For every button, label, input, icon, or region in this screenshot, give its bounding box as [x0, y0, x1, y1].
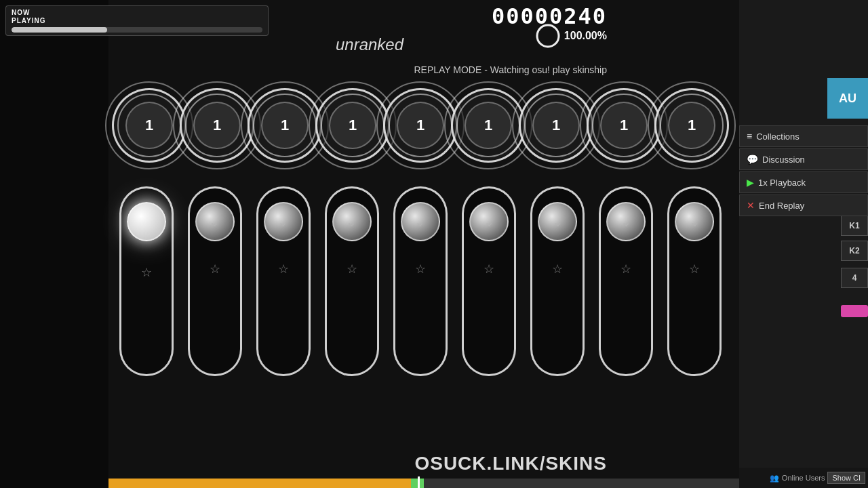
long-note-star-6: ☆ [484, 262, 494, 277]
right-panel: AU ≡ Collections 💬 Discussion ▶ 1x Playb… [739, 0, 868, 488]
long-note-star-7: ☆ [552, 262, 563, 277]
user-badge-text: AU [839, 92, 856, 106]
long-note-col-1: ☆ [112, 186, 180, 430]
key-k2-indicator: K2 [841, 241, 868, 261]
show-ci-button[interactable]: Show CI [827, 472, 865, 484]
long-note-star-1: ☆ [141, 265, 152, 280]
accuracy-text: 100.00% [564, 30, 607, 42]
bottom-right-bar: 👥 Online Users Show CI [739, 468, 868, 488]
long-note-circle-6: ⌄ [469, 202, 509, 241]
key-k1-indicator: K1 [841, 216, 868, 236]
long-note-body-6: ⌄ ☆ [462, 186, 516, 376]
hit-circles-container: 1 1 1 1 1 1 1 1 [112, 81, 729, 197]
long-note-col-5: ⌄ ☆ [386, 186, 454, 430]
progress-bar-fill [12, 27, 107, 33]
playback-icon: ▶ [747, 177, 754, 188]
timeline-bar[interactable] [108, 479, 739, 488]
long-note-star-4: ☆ [347, 262, 357, 277]
key-pink-indicator [841, 305, 868, 317]
game-area: NOWPLAYING 00000240 100.00% REPLAY MODE … [0, 0, 739, 488]
online-users-text: Online Users [782, 474, 825, 482]
discussion-button[interactable]: 💬 Discussion [739, 148, 868, 170]
long-note-star-9: ☆ [689, 262, 700, 277]
long-notes-container: ☆ ⌄ ☆ ⌄ ☆ ⌄ [112, 186, 729, 430]
now-playing-label: NOWPLAYING [12, 9, 46, 25]
end-replay-button[interactable]: ✕ End Replay [739, 195, 868, 216]
long-note-col-8: ⌄ ☆ [592, 186, 660, 430]
key-4-indicator: 4 [841, 268, 868, 288]
long-note-circle-1 [127, 202, 166, 241]
long-note-col-2: ⌄ ☆ [180, 186, 249, 430]
user-badge: AU [827, 78, 868, 119]
osuck-branding: OSUCK.LINK/SKINS [414, 453, 607, 474]
collections-icon: ≡ [747, 131, 752, 142]
long-note-circle-9: ⌄ [675, 202, 714, 241]
playback-label: 1x Playback [758, 178, 806, 188]
long-note-body-5: ⌄ ☆ [393, 186, 448, 376]
replay-mode-text: REPLAY MODE - Watching osu! play skinshi… [414, 64, 607, 75]
long-note-col-3: ⌄ ☆ [249, 186, 317, 430]
accuracy-container: 100.00% [536, 24, 607, 48]
long-note-circle-8: ⌄ [606, 202, 646, 241]
long-note-body-3: ⌄ ☆ [256, 186, 311, 376]
discussion-icon: 💬 [747, 154, 758, 165]
unranked-status: unranked [336, 35, 403, 54]
collections-label: Collections [756, 131, 800, 142]
long-note-star-5: ☆ [415, 262, 426, 277]
long-note-body-7: ⌄ ☆ [530, 186, 585, 376]
long-note-star-2: ☆ [210, 262, 220, 277]
long-note-circle-4: ⌄ [332, 202, 372, 241]
menu-buttons: ≡ Collections 💬 Discussion ▶ 1x Playback… [739, 125, 868, 216]
long-note-body-8: ⌄ ☆ [599, 186, 653, 376]
long-note-star-3: ☆ [278, 262, 289, 277]
long-note-col-6: ⌄ ☆ [455, 186, 524, 430]
long-note-circle-5: ⌄ [401, 202, 440, 241]
now-playing-widget: NOWPLAYING [5, 5, 269, 36]
long-note-circle-2: ⌄ [195, 202, 235, 241]
approach-ring-9 [648, 81, 736, 169]
timeline-cursor [418, 476, 420, 488]
long-note-col-4: ⌄ ☆ [317, 186, 386, 430]
long-note-body-4: ⌄ ☆ [325, 186, 379, 376]
long-note-body-9: ⌄ ☆ [667, 186, 722, 376]
long-note-circle-3: ⌄ [264, 202, 303, 241]
hit-circle-9: 1 [654, 88, 729, 163]
timeline-fill-rest [424, 479, 739, 488]
end-replay-icon: ✕ [747, 200, 755, 211]
accuracy-pie-chart [536, 24, 560, 48]
long-note-circle-7: ⌄ [538, 202, 577, 241]
online-users-icon: 👥 [770, 474, 779, 483]
progress-bar-container [12, 27, 262, 33]
playback-button[interactable]: ▶ 1x Playback [739, 171, 868, 193]
collections-button[interactable]: ≡ Collections [739, 125, 868, 147]
long-note-body-1: ☆ [119, 186, 174, 376]
timeline-fill-orange [108, 479, 411, 488]
long-note-col-9: ⌄ ☆ [660, 186, 729, 430]
discussion-label: Discussion [762, 155, 805, 165]
long-note-col-7: ⌄ ☆ [524, 186, 592, 430]
long-note-star-8: ☆ [620, 262, 631, 277]
end-replay-label: End Replay [759, 201, 804, 211]
svg-point-1 [537, 25, 559, 47]
long-note-body-2: ⌄ ☆ [188, 186, 242, 376]
